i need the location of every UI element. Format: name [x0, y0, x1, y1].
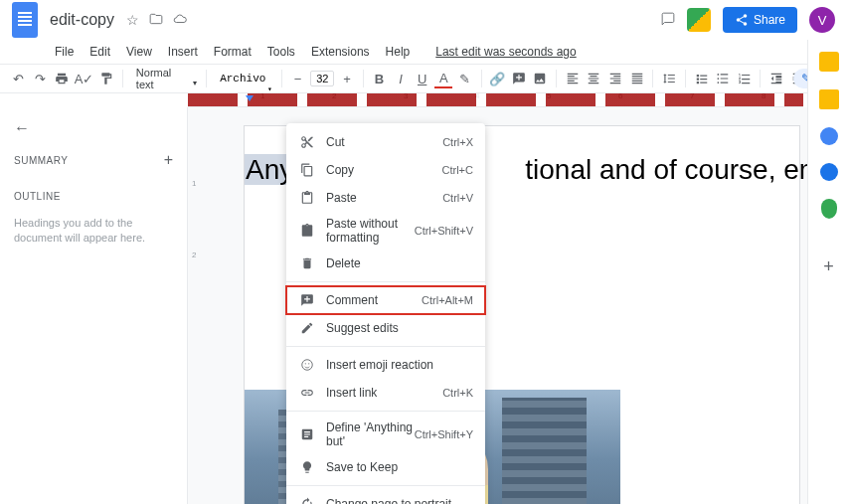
cut-icon [298, 133, 316, 151]
bold-icon[interactable]: B [371, 69, 389, 88]
body-text[interactable]: tional and of course, emiss [525, 154, 849, 185]
app-header: edit-copy ☆ Share V [0, 0, 849, 40]
docs-logo-icon[interactable] [12, 2, 38, 38]
align-right-icon[interactable] [606, 69, 624, 88]
vertical-ruler[interactable]: 12 [192, 107, 204, 406]
share-button[interactable]: Share [723, 7, 797, 33]
font-size-input[interactable] [310, 71, 334, 86]
contacts-icon[interactable] [820, 163, 838, 181]
font-size-decrease[interactable]: − [289, 69, 307, 88]
menu-format[interactable]: Format [207, 42, 258, 62]
indent-marker-icon[interactable] [246, 95, 254, 101]
line-spacing-icon[interactable] [660, 69, 678, 88]
outline-hint: Headings you add to the document will ap… [14, 216, 173, 247]
context-menu-label: Define 'Anything but' [326, 420, 415, 448]
menu-bar: File Edit View Insert Format Tools Exten… [0, 40, 849, 64]
menu-tools[interactable]: Tools [260, 42, 302, 62]
numbered-list-icon[interactable] [736, 69, 754, 88]
menu-file[interactable]: File [48, 42, 81, 62]
context-menu-cut[interactable]: CutCtrl+X [286, 128, 485, 156]
insert-image-icon[interactable] [532, 69, 550, 88]
print-icon[interactable] [53, 69, 71, 88]
menu-help[interactable]: Help [379, 42, 418, 62]
context-menu-delete[interactable]: Delete [286, 250, 485, 277]
add-comment-icon[interactable] [510, 69, 528, 88]
insert-link-icon[interactable]: 🔗 [488, 69, 506, 88]
context-menu-label: Insert link [326, 386, 442, 400]
menu-view[interactable]: View [119, 42, 159, 62]
text-color-icon[interactable]: A [434, 69, 452, 88]
context-menu-label: Save to Keep [326, 460, 473, 474]
context-menu-separator [286, 346, 485, 347]
paste-plain-icon [298, 222, 316, 240]
align-center-icon[interactable] [586, 69, 603, 88]
highlight-color-icon[interactable]: ✎ [456, 69, 474, 88]
meet-icon[interactable] [687, 8, 711, 32]
cloud-saved-icon[interactable] [173, 12, 187, 29]
keep-icon[interactable] [819, 89, 839, 109]
add-summary-icon[interactable]: + [164, 151, 173, 169]
context-menu-save-to-keep[interactable]: Save to Keep [286, 453, 485, 481]
context-menu-define-anything-but-[interactable]: Define 'Anything but'Ctrl+Shift+Y [286, 416, 485, 453]
maps-icon[interactable] [821, 199, 837, 219]
summary-label: SUMMARY [14, 155, 68, 166]
calendar-icon[interactable] [819, 52, 839, 72]
collapse-sidebar-icon[interactable]: ← [14, 119, 30, 137]
horizontal-ruler[interactable]: 123456789 [188, 93, 803, 107]
context-menu-paste[interactable]: PasteCtrl+V [286, 184, 485, 212]
last-edit-link[interactable]: Last edit was seconds ago [428, 42, 583, 62]
spellcheck-icon[interactable]: A✓ [75, 69, 94, 88]
italic-icon[interactable]: I [392, 69, 410, 88]
document-title[interactable]: edit-copy [50, 11, 114, 29]
menu-extensions[interactable]: Extensions [304, 42, 377, 62]
menu-edit[interactable]: Edit [83, 42, 117, 62]
context-menu-label: Paste without formatting [326, 217, 415, 245]
emoji-icon [298, 356, 316, 374]
link-icon [298, 384, 316, 402]
context-menu-paste-without-formatting[interactable]: Paste without formattingCtrl+Shift+V [286, 212, 485, 250]
underline-icon[interactable]: U [414, 69, 431, 88]
undo-icon[interactable]: ↶ [10, 69, 28, 88]
context-menu-suggest-edits[interactable]: Suggest edits [286, 314, 485, 342]
outline-label: OUTLINE [14, 191, 173, 202]
context-menu-label: Comment [326, 293, 422, 307]
context-menu-shortcut: Ctrl+X [442, 136, 473, 148]
move-folder-icon[interactable] [149, 12, 163, 29]
bulleted-list-icon[interactable] [714, 69, 732, 88]
copy-icon [298, 161, 316, 179]
share-label: Share [754, 13, 785, 27]
context-menu-insert-link[interactable]: Insert linkCtrl+K [286, 379, 485, 407]
add-addon-icon[interactable]: + [823, 256, 834, 277]
font-family-select[interactable]: Archivo [214, 71, 274, 86]
context-menu-label: Suggest edits [326, 321, 473, 335]
align-justify-icon[interactable] [628, 69, 646, 88]
paint-format-icon[interactable] [97, 69, 115, 88]
keep-icon [298, 458, 316, 476]
tasks-icon[interactable] [820, 127, 838, 145]
context-menu-shortcut: Ctrl+Alt+M [422, 294, 473, 306]
star-icon[interactable]: ☆ [126, 12, 139, 28]
decrease-indent-icon[interactable] [767, 69, 785, 88]
menu-insert[interactable]: Insert [161, 42, 205, 62]
context-menu-label: Delete [326, 256, 473, 270]
user-avatar[interactable]: V [809, 7, 835, 33]
outline-sidebar: ← SUMMARY + OUTLINE Headings you add to … [0, 107, 188, 504]
font-size-increase[interactable]: + [338, 69, 356, 88]
redo-icon[interactable]: ↷ [32, 69, 50, 88]
paragraph-style-select[interactable]: Normal text [130, 65, 199, 92]
context-menu-copy[interactable]: CopyCtrl+C [286, 156, 485, 184]
define-icon [298, 425, 316, 443]
context-menu-change-page-to-portrait[interactable]: Change page to portrait [286, 490, 485, 504]
comment-history-icon[interactable] [661, 10, 675, 31]
context-menu-separator [286, 281, 485, 282]
context-menu-shortcut: Ctrl+K [442, 387, 473, 399]
rotate-icon [298, 495, 316, 504]
context-menu-insert-emoji-reaction[interactable]: Insert emoji reaction [286, 351, 485, 379]
context-menu-separator [286, 485, 485, 486]
align-left-icon[interactable] [564, 69, 582, 88]
context-menu-shortcut: Ctrl+Shift+Y [415, 428, 473, 440]
checklist-icon[interactable] [693, 69, 711, 88]
context-menu-label: Insert emoji reaction [326, 358, 473, 372]
context-menu-label: Copy [326, 163, 442, 177]
context-menu-comment[interactable]: CommentCtrl+Alt+M [286, 286, 485, 314]
